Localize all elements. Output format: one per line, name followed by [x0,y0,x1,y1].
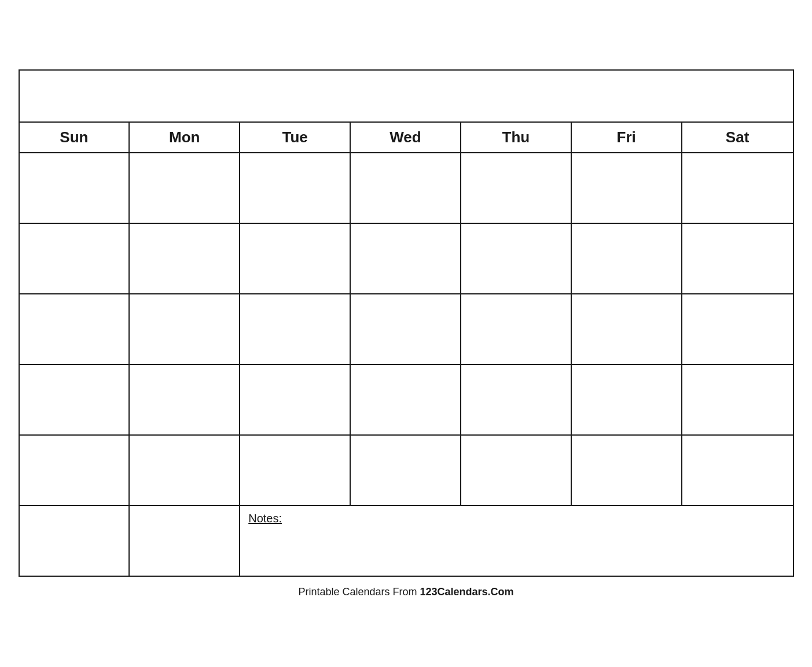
week3-sat [682,294,793,364]
week4-fri [572,365,682,434]
header-sat: Sat [682,123,793,152]
week1-sun [20,153,130,223]
week2-tue [240,224,351,293]
week5-sun [20,436,130,505]
week4-tue [240,365,351,434]
week5-sat [682,436,793,505]
calendar-container: Sun Mon Tue Wed Thu Fri Sat [19,69,794,577]
week1-mon [130,153,240,223]
week1-sat [682,153,793,223]
calendar-body: Notes: [20,153,793,576]
week5-thu [461,436,572,505]
page-wrapper: Sun Mon Tue Wed Thu Fri Sat [0,0,812,667]
week3-thu [461,294,572,364]
week5-wed [351,436,461,505]
week5-tue [240,436,351,505]
title-row [20,71,793,123]
week2-sun [20,224,130,293]
week4-wed [351,365,461,434]
header-sun: Sun [20,123,130,152]
notes-label: Notes: [248,512,282,525]
week1-wed [351,153,461,223]
header-mon: Mon [130,123,240,152]
calendar-header: Sun Mon Tue Wed Thu Fri Sat [20,123,793,153]
week5-fri [572,436,682,505]
week2-mon [130,224,240,293]
notes-empty-1 [20,506,130,576]
header-fri: Fri [572,123,682,152]
week4-sat [682,365,793,434]
header-thu: Thu [461,123,572,152]
week-row-4 [20,365,793,436]
footer: Printable Calendars From 123Calendars.Co… [298,586,513,598]
week2-wed [351,224,461,293]
week2-fri [572,224,682,293]
week4-sun [20,365,130,434]
week3-fri [572,294,682,364]
week1-thu [461,153,572,223]
notes-row: Notes: [20,506,793,576]
week3-tue [240,294,351,364]
footer-text: Printable Calendars From [298,586,420,598]
week5-mon [130,436,240,505]
week-row-3 [20,294,793,365]
week-row-1 [20,153,793,224]
week2-sat [682,224,793,293]
week-row-5 [20,436,793,506]
week3-mon [130,294,240,364]
notes-empty-2 [130,506,240,576]
week4-thu [461,365,572,434]
week1-fri [572,153,682,223]
week3-sun [20,294,130,364]
footer-brand: 123Calendars.Com [420,586,514,598]
notes-content: Notes: [240,506,792,576]
week1-tue [240,153,351,223]
header-tue: Tue [240,123,351,152]
week-row-2 [20,224,793,294]
week4-mon [130,365,240,434]
week3-wed [351,294,461,364]
header-wed: Wed [351,123,461,152]
week2-thu [461,224,572,293]
